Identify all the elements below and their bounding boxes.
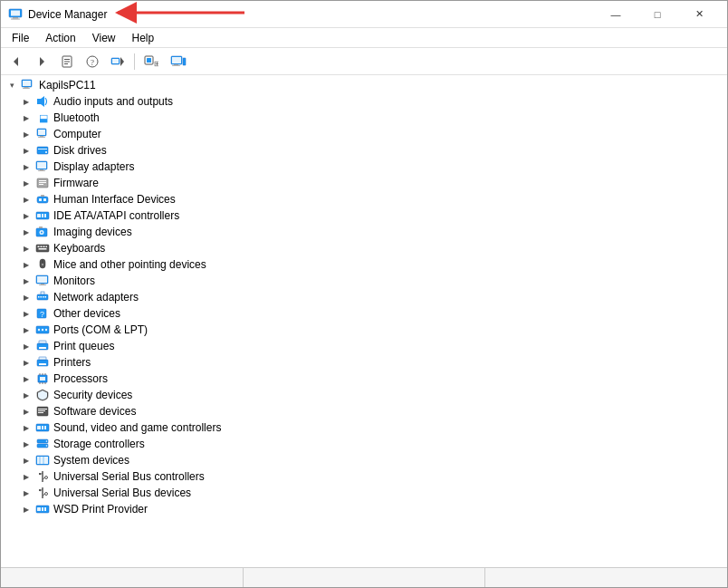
toolbar-forward-btn[interactable] — [30, 51, 53, 72]
svg-rect-114 — [39, 473, 41, 475]
device-label-23: Universal Serial Bus controllers — [53, 470, 205, 483]
expand-icon-24[interactable]: ▶ — [19, 486, 34, 500]
device-icon-25 — [35, 502, 50, 516]
device-label-15: Print queues — [53, 340, 114, 352]
svg-text:?: ? — [91, 57, 94, 66]
tree-item[interactable]: ▶⬓Bluetooth — [1, 110, 727, 126]
expand-icon-11[interactable]: ▶ — [19, 274, 34, 288]
svg-point-115 — [45, 477, 48, 479]
expand-icon-22[interactable]: ▶ — [19, 453, 34, 468]
svg-rect-46 — [43, 198, 46, 201]
maximize-button[interactable]: □ — [637, 1, 678, 28]
device-icon-22 — [35, 453, 50, 468]
close-button[interactable]: ✕ — [678, 1, 720, 28]
tree-item[interactable]: ▶Display adapters — [1, 159, 727, 175]
tree-item[interactable]: ▶IDE ATA/ATAPI controllers — [1, 207, 727, 224]
expand-icon-7[interactable]: ▶ — [19, 208, 34, 223]
device-icon-3 — [35, 143, 50, 158]
tree-item[interactable]: ▶System devices — [1, 452, 727, 468]
status-bar — [1, 567, 727, 587]
expand-icon-1[interactable]: ▶ — [19, 111, 34, 125]
tree-item[interactable]: ▶Processors — [1, 371, 727, 387]
tree-item[interactable]: ▶Audio inputs and outputs — [1, 93, 727, 110]
device-icon-12 — [35, 290, 50, 304]
tree-item[interactable]: ▶Universal Serial Bus devices — [1, 485, 727, 501]
tree-item[interactable]: ▶Computer — [1, 126, 727, 142]
expand-icon-9[interactable]: ▶ — [19, 241, 34, 255]
svg-rect-59 — [43, 246, 45, 248]
tree-item[interactable]: ▶Keyboards — [1, 240, 727, 256]
device-icon-6 — [35, 192, 50, 207]
toolbar-update-btn[interactable] — [106, 51, 129, 72]
expand-icon-2[interactable]: ▶ — [19, 127, 34, 141]
tree-content[interactable]: ▾ KapilsPC11 ▶Audio inputs and outputs▶⬓… — [1, 75, 727, 567]
svg-rect-58 — [41, 246, 43, 248]
tree-item[interactable]: ▶Mice and other pointing devices — [1, 256, 727, 273]
expand-icon-21[interactable]: ▶ — [19, 437, 34, 451]
svg-rect-8 — [64, 61, 70, 62]
menu-item-help[interactable]: Help — [125, 30, 162, 46]
svg-point-106 — [46, 445, 48, 447]
menu-item-file[interactable]: File — [5, 30, 36, 46]
root-expand-icon[interactable]: ▾ — [5, 78, 19, 92]
tree-root[interactable]: ▾ KapilsPC11 — [1, 77, 727, 93]
toolbar-help-btn[interactable]: ? — [81, 51, 104, 72]
svg-rect-101 — [42, 426, 43, 429]
tree-item[interactable]: ▶Print queues — [1, 338, 727, 354]
expand-icon-19[interactable]: ▶ — [19, 404, 34, 419]
device-icon-16 — [35, 355, 50, 370]
tree-item[interactable]: ▶Disk drives — [1, 142, 727, 159]
tree-item[interactable]: ▶?Other devices — [1, 305, 727, 322]
device-label-16: Printers — [53, 356, 91, 369]
expand-icon-13[interactable]: ▶ — [19, 306, 34, 321]
expand-icon-17[interactable]: ▶ — [19, 371, 34, 386]
device-label-11: Monitors — [53, 275, 95, 287]
svg-rect-124 — [44, 507, 46, 511]
expand-icon-0[interactable]: ▶ — [19, 94, 34, 109]
expand-icon-4[interactable]: ▶ — [19, 159, 34, 174]
expand-icon-6[interactable]: ▶ — [19, 192, 34, 207]
tree-item[interactable]: ▶Universal Serial Bus controllers — [1, 468, 727, 485]
title-bar: Device Manager — □ ✕ — [1, 1, 727, 28]
status-pane-2 — [244, 568, 486, 587]
tree-item[interactable]: ▶Storage controllers — [1, 436, 727, 452]
tree-item[interactable]: ▶Sound, video and game controllers — [1, 419, 727, 436]
toolbar-display-btn[interactable] — [165, 51, 192, 72]
tree-item[interactable]: ▶Printers — [1, 354, 727, 371]
expand-icon-3[interactable]: ▶ — [19, 143, 34, 158]
expand-icon-16[interactable]: ▶ — [19, 355, 34, 370]
svg-rect-60 — [46, 246, 48, 248]
expand-icon-15[interactable]: ▶ — [19, 339, 34, 353]
svg-rect-20 — [174, 64, 178, 65]
tree-item[interactable]: ▶Security devices — [1, 387, 727, 403]
menu-item-action[interactable]: Action — [38, 30, 82, 46]
expand-icon-12[interactable]: ▶ — [19, 290, 34, 304]
toolbar-scan-btn[interactable]: ⊞ — [139, 51, 163, 72]
tree-item[interactable]: ▶Monitors — [1, 273, 727, 289]
svg-rect-49 — [37, 214, 41, 217]
expand-icon-5[interactable]: ▶ — [19, 176, 34, 190]
expand-icon-10[interactable]: ▶ — [19, 257, 34, 272]
expand-icon-25[interactable]: ▶ — [19, 502, 34, 516]
svg-rect-37 — [37, 162, 46, 169]
menu-item-view[interactable]: View — [85, 30, 123, 46]
expand-icon-20[interactable]: ▶ — [19, 420, 34, 435]
toolbar-back-btn[interactable] — [5, 51, 28, 72]
tree-item[interactable]: ▶Human Interface Devices — [1, 191, 727, 207]
minimize-button[interactable]: — — [595, 1, 637, 28]
expand-icon-18[interactable]: ▶ — [19, 388, 34, 402]
tree-item[interactable]: ▶Firmware — [1, 175, 727, 191]
expand-icon-14[interactable]: ▶ — [19, 323, 34, 337]
tree-item[interactable]: ▶Software devices — [1, 403, 727, 419]
expand-icon-23[interactable]: ▶ — [19, 469, 34, 484]
tree-item[interactable]: ▶Ports (COM & LPT) — [1, 322, 727, 338]
svg-rect-19 — [172, 57, 181, 63]
device-label-1: Bluetooth — [53, 111, 100, 124]
tree-item[interactable]: ▶Network adapters — [1, 289, 727, 305]
tree-item[interactable]: ▶WSD Print Provider — [1, 501, 727, 517]
device-label-0: Audio inputs and outputs — [53, 95, 173, 108]
tree-item[interactable]: ▶Imaging devices — [1, 224, 727, 240]
expand-icon-8[interactable]: ▶ — [19, 225, 34, 239]
toolbar-properties-btn[interactable] — [55, 51, 79, 72]
device-icon-5 — [35, 176, 50, 190]
